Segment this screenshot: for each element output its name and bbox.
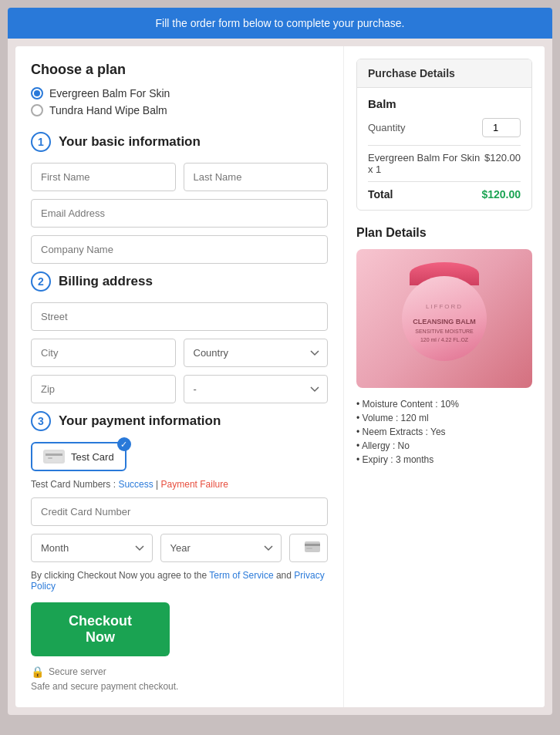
bullet-moisture: Moisture Content : 10% xyxy=(356,399,532,410)
name-row xyxy=(31,163,328,191)
cvv-card-icon xyxy=(305,541,320,555)
step2-number: 2 xyxy=(31,271,51,292)
purchase-details-body: Balm Quantity Evergreen Balm For Skinx 1… xyxy=(357,88,531,210)
company-row xyxy=(31,235,328,264)
left-panel: Choose a plan Evergreen Balm For Skin Tu… xyxy=(15,46,344,707)
balm-brand: LIFFORD xyxy=(413,303,476,310)
last-name-input[interactable] xyxy=(184,163,329,191)
lock-icon: 🔒 xyxy=(31,666,44,678)
total-price: $120.00 xyxy=(481,188,521,201)
svg-rect-1 xyxy=(46,453,62,456)
top-banner: Fill the order form below to complete yo… xyxy=(8,8,552,39)
terms-of-service-link[interactable]: Term of Service xyxy=(209,570,273,581)
total-label: Total xyxy=(368,188,393,201)
step3-title: Your payment information xyxy=(59,413,221,429)
expiry-cvv-row: Month 010203 040506 070809 101112 Year 2… xyxy=(31,534,328,562)
card-option[interactable]: Test Card ✓ xyxy=(31,442,127,471)
choose-plan-title: Choose a plan xyxy=(31,62,328,78)
product-image: LIFFORD CLEANSING BALMSENSITIVE MOISTURE… xyxy=(356,249,532,388)
plan-details: Plan Details LIFFORD CLEANSING BALMSENSI… xyxy=(356,226,532,465)
banner-text: Fill the order form below to complete yo… xyxy=(156,17,405,29)
plan-label-1: Evergreen Balm For Skin xyxy=(49,87,170,99)
quantity-label: Quantity xyxy=(368,122,405,133)
secure-label: Secure server xyxy=(49,666,106,677)
checkout-button[interactable]: Checkout Now xyxy=(31,602,170,656)
street-row xyxy=(31,302,328,331)
svg-rect-0 xyxy=(46,451,62,462)
step1-number: 1 xyxy=(31,132,51,152)
quantity-row: Quantity xyxy=(368,118,521,137)
divider-1 xyxy=(368,145,521,146)
separator: | xyxy=(153,479,161,490)
step1-title: Your basic information xyxy=(59,134,201,150)
step3-number: 3 xyxy=(31,411,51,431)
product-name: Balm xyxy=(368,97,521,110)
year-select[interactable]: Year 202420252026 20272028 xyxy=(160,534,282,562)
card-label: Test Card xyxy=(71,451,114,463)
balm-text: CLEANSING BALMSENSITIVE MOISTURE120 ml /… xyxy=(413,318,476,345)
plan-option-1[interactable]: Evergreen Balm For Skin xyxy=(31,87,328,99)
bullet-expiry: Expiry : 3 months xyxy=(356,454,532,465)
plan-details-title: Plan Details xyxy=(356,226,532,240)
quantity-input[interactable] xyxy=(482,118,521,137)
test-card-info: Test Card Numbers : Success | Payment Fa… xyxy=(31,479,328,490)
bullet-volume: Volume : 120 ml xyxy=(356,413,532,423)
card-icon xyxy=(43,450,65,464)
balm-container: LIFFORD CLEANSING BALMSENSITIVE MOISTURE… xyxy=(402,276,487,361)
step2-title: Billing address xyxy=(59,274,153,289)
svg-rect-4 xyxy=(305,544,320,546)
plan-section: Choose a plan Evergreen Balm For Skin Tu… xyxy=(31,62,328,116)
radio-tundra[interactable] xyxy=(31,104,43,116)
street-input[interactable] xyxy=(31,302,328,331)
radio-evergreen[interactable] xyxy=(31,87,43,99)
svg-rect-2 xyxy=(48,457,52,459)
bullet-neem: Neem Extracts : Yes xyxy=(356,427,532,437)
check-badge: ✓ xyxy=(117,437,131,451)
test-card-prefix: Test Card Numbers : xyxy=(31,479,118,490)
city-input[interactable] xyxy=(31,339,176,367)
main-content: Choose a plan Evergreen Balm For Skin Tu… xyxy=(15,46,545,707)
step3-header: 3 Your payment information xyxy=(31,411,328,431)
right-panel: Purchase Details Balm Quantity Evergreen… xyxy=(344,46,545,707)
month-select[interactable]: Month 010203 040506 070809 101112 xyxy=(31,534,153,562)
plan-label-2: Tundra Hand Wipe Balm xyxy=(49,104,167,116)
purchase-details-header: Purchase Details xyxy=(357,59,531,88)
page-wrapper: Fill the order form below to complete yo… xyxy=(8,8,552,715)
failure-link[interactable]: Payment Failure xyxy=(161,479,228,490)
success-link[interactable]: Success xyxy=(118,479,153,490)
svg-rect-5 xyxy=(306,548,312,549)
cc-number-input[interactable] xyxy=(31,497,328,526)
cvv-wrapper xyxy=(289,534,328,562)
item-price: $120.00 xyxy=(484,152,521,175)
company-input[interactable] xyxy=(31,235,328,264)
zip-state-row: - AL CA NY xyxy=(31,375,328,403)
first-name-input[interactable] xyxy=(31,163,176,191)
divider-2 xyxy=(368,181,521,182)
safe-text: Safe and secure payment checkout. xyxy=(31,681,328,692)
item-row: Evergreen Balm For Skinx 1 $120.00 xyxy=(368,152,521,175)
city-country-row: Country United States United Kingdom Can… xyxy=(31,339,328,367)
state-select[interactable]: - AL CA NY xyxy=(184,375,329,403)
secure-info: 🔒 Secure server xyxy=(31,666,328,678)
step1-header: 1 Your basic information xyxy=(31,132,328,152)
terms-text: By clicking Checkout Now you agree to th… xyxy=(31,570,328,592)
bullet-allergy: Allergy : No xyxy=(356,440,532,451)
email-row xyxy=(31,199,328,228)
purchase-details-box: Purchase Details Balm Quantity Evergreen… xyxy=(356,59,532,211)
zip-input[interactable] xyxy=(31,375,176,403)
plan-option-2[interactable]: Tundra Hand Wipe Balm xyxy=(31,104,328,116)
total-row: Total $120.00 xyxy=(368,188,521,201)
product-bullets: Moisture Content : 10% Volume : 120 ml N… xyxy=(356,399,532,465)
email-input[interactable] xyxy=(31,199,328,228)
svg-rect-3 xyxy=(305,541,320,552)
country-select[interactable]: Country United States United Kingdom Can… xyxy=(184,339,329,367)
item-label: Evergreen Balm For Skinx 1 xyxy=(368,152,480,175)
step2-header: 2 Billing address xyxy=(31,271,328,292)
cc-row xyxy=(31,497,328,526)
